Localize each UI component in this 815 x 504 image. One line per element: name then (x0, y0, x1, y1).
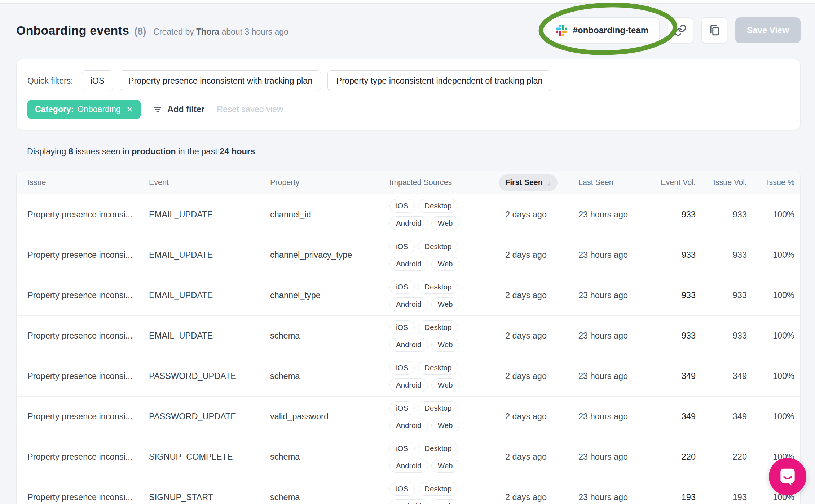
event-vol-cell: 933 (653, 331, 696, 341)
source-pill: Web (431, 297, 459, 311)
table-row[interactable]: Property presence inconsi... SIGNUP_COMP… (17, 437, 800, 477)
issue-vol-cell: 193 (696, 492, 747, 502)
issue-cell: Property presence inconsi... (27, 291, 149, 300)
first-seen-cell: 2 days ago (505, 291, 578, 300)
table-row[interactable]: Property presence inconsi... PASSWORD_UP… (17, 396, 800, 437)
issue-vol-cell: 933 (696, 331, 747, 341)
col-header-impacted-sources[interactable]: Impacted Sources (389, 178, 505, 187)
copy-link-button[interactable] (668, 17, 693, 43)
event-cell: EMAIL_UPDATE (149, 331, 270, 341)
issue-vol-cell: 933 (696, 291, 747, 300)
source-pill: Android (389, 499, 428, 504)
chat-launcher-button[interactable] (769, 458, 806, 495)
quick-filter-type-inconsistent[interactable]: Property type inconsistent independent o… (327, 70, 551, 91)
created-prefix: Created by (153, 27, 194, 36)
event-vol-cell: 349 (653, 371, 696, 381)
issue-pct-cell: 100% (747, 331, 794, 341)
first-seen-label: First Seen (505, 178, 543, 187)
first-seen-cell: 2 days ago (505, 250, 578, 260)
slack-channel-button[interactable]: #onboarding-team (545, 17, 660, 43)
source-pill: Android (389, 419, 428, 432)
last-seen-cell: 23 hours ago (578, 371, 653, 381)
top-strip (0, 0, 815, 4)
col-header-issue-pct[interactable]: Issue % (747, 178, 794, 187)
source-pill: iOS (389, 361, 415, 375)
author-name: Thora (196, 27, 219, 36)
event-cell: PASSWORD_UPDATE (149, 412, 270, 421)
header-actions: #onboarding-team Save View (545, 17, 801, 43)
category-filter-chip[interactable]: Category: Onboarding ✕ (27, 100, 141, 119)
last-seen-cell: 23 hours ago (578, 331, 653, 341)
duplicate-view-button[interactable] (701, 17, 727, 43)
event-cell: SIGNUP_START (149, 492, 270, 502)
issues-table: Issue Event Property Impacted Sources Fi… (16, 171, 801, 504)
quick-filter-ios[interactable]: iOS (82, 70, 113, 91)
active-filters-row: Category: Onboarding ✕ Add filter Reset … (27, 100, 789, 119)
issue-cell: Property presence inconsi... (27, 412, 149, 421)
first-seen-cell: 2 days ago (505, 412, 578, 421)
issue-vol-cell: 349 (696, 412, 747, 421)
save-view-button[interactable]: Save View (735, 17, 801, 43)
table-row[interactable]: Property presence inconsi... SIGNUP_STAR… (17, 477, 800, 504)
last-seen-cell: 23 hours ago (578, 412, 653, 421)
impacted-sources-cell: iOSDesktopAndroidWeb (389, 199, 498, 230)
event-vol-cell: 349 (653, 412, 696, 421)
table-row[interactable]: Property presence inconsi... PASSWORD_UP… (17, 356, 800, 396)
created-ago: about 3 hours ago (221, 27, 288, 36)
impacted-sources-cell: iOSDesktopAndroidWeb (389, 240, 498, 271)
event-cell: EMAIL_UPDATE (149, 210, 270, 220)
impacted-sources-cell: iOSDesktopAndroidWeb (389, 442, 498, 473)
table-row[interactable]: Property presence inconsi... EMAIL_UPDAT… (17, 315, 800, 356)
source-pill: Android (389, 378, 428, 392)
source-pill: iOS (389, 240, 415, 253)
col-header-last-seen[interactable]: Last Seen (578, 178, 653, 187)
impacted-sources-cell: iOSDesktopAndroidWeb (389, 401, 498, 432)
source-pill: Android (389, 338, 428, 352)
table-row[interactable]: Property presence inconsi... EMAIL_UPDAT… (17, 275, 800, 315)
property-cell: schema (270, 331, 389, 341)
slack-icon (556, 25, 567, 36)
issue-count-badge: (8) (134, 26, 146, 37)
first-seen-sort-button[interactable]: First Seen ↓ (499, 174, 558, 191)
quick-filter-presence-inconsistent[interactable]: Property presence inconsistent with trac… (120, 70, 321, 91)
source-pill: Desktop (418, 199, 458, 213)
created-by-text: Created by Thora about 3 hours ago (153, 27, 288, 37)
remove-filter-icon[interactable]: ✕ (127, 106, 133, 114)
table-row[interactable]: Property presence inconsi... EMAIL_UPDAT… (17, 194, 800, 235)
source-pill: Web (431, 459, 459, 473)
first-seen-cell: 2 days ago (505, 210, 578, 220)
issue-pct-cell: 100% (747, 210, 794, 220)
col-header-issue-vol[interactable]: Issue Vol. (696, 178, 747, 187)
issue-cell: Property presence inconsi... (27, 492, 149, 502)
issue-pct-cell: 100% (747, 250, 794, 260)
property-cell: channel_type (270, 291, 389, 300)
issue-cell: Property presence inconsi... (27, 210, 149, 220)
event-cell: EMAIL_UPDATE (149, 291, 270, 300)
source-pill: iOS (389, 280, 415, 294)
summary-line: Displaying 8 issues seen in production i… (27, 147, 801, 156)
filters-card: Quick filters: iOS Property presence inc… (16, 59, 801, 130)
add-filter-button[interactable]: Add filter (153, 105, 204, 114)
table-row[interactable]: Property presence inconsi... EMAIL_UPDAT… (17, 235, 800, 275)
col-header-issue[interactable]: Issue (27, 178, 149, 187)
col-header-property[interactable]: Property (270, 178, 389, 187)
source-pill: iOS (389, 199, 415, 213)
sort-desc-arrow-icon: ↓ (547, 178, 551, 187)
summary-env: production (132, 147, 176, 156)
issue-vol-cell: 933 (696, 250, 747, 260)
slack-channel-label: #onboarding-team (573, 25, 648, 35)
issue-vol-cell: 349 (696, 371, 747, 381)
issue-cell: Property presence inconsi... (27, 371, 149, 381)
property-cell: schema (270, 492, 389, 502)
property-cell: channel_id (270, 210, 389, 220)
filter-chip-name: Category: (35, 105, 74, 114)
last-seen-cell: 23 hours ago (578, 250, 653, 260)
col-header-event-vol[interactable]: Event Vol. (653, 178, 696, 187)
reset-saved-view-button[interactable]: Reset saved view (217, 105, 283, 114)
source-pill: Web (431, 499, 459, 504)
col-header-event[interactable]: Event (149, 178, 270, 187)
event-cell: PASSWORD_UPDATE (149, 371, 270, 381)
source-pill: iOS (389, 401, 415, 415)
impacted-sources-cell: iOSDesktopAndroidWeb (389, 482, 498, 504)
source-pill: Desktop (418, 401, 458, 415)
